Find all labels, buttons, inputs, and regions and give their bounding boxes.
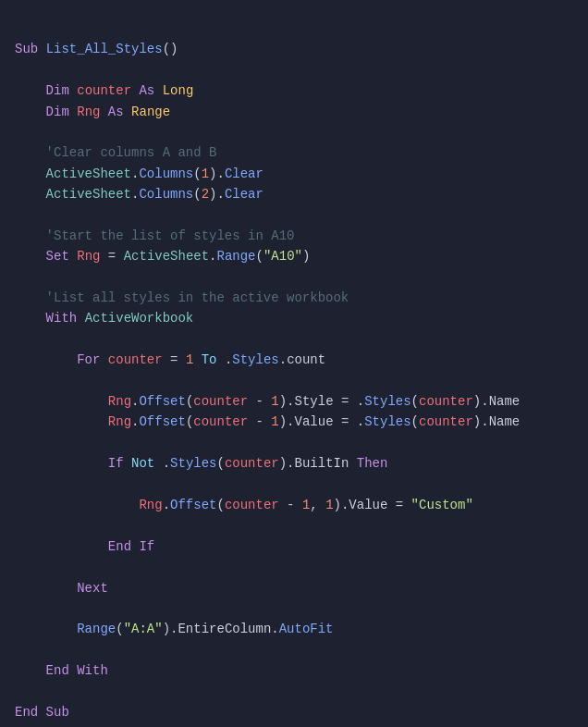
var-rng-offset-1: Rng — [108, 394, 131, 409]
func-range-aa: Range — [77, 622, 116, 636]
obj-activesheet-2: ActiveSheet — [46, 187, 131, 202]
prop-count: count — [287, 352, 325, 367]
num-1: 1 — [202, 166, 209, 181]
func-clear-2: Clear — [225, 187, 263, 202]
type-long: Long — [163, 83, 194, 98]
str-a10: "A10" — [263, 249, 302, 264]
keyword-sub: Sub — [15, 42, 38, 56]
keyword-dim-2: Dim — [46, 105, 69, 119]
func-offset-3: Offset — [170, 498, 216, 512]
func-clear-1: Clear — [225, 166, 263, 181]
func-styles-4: Styles — [170, 456, 216, 471]
func-offset-2: Offset — [139, 414, 185, 429]
keyword-dim-1: Dim — [46, 83, 69, 98]
func-columns-2: Columns — [139, 187, 193, 202]
prop-style: Style — [295, 394, 334, 409]
comment-clear: 'Clear columns A and B — [46, 145, 217, 160]
prop-value-2: Value — [349, 498, 387, 512]
func-styles-3: Styles — [364, 414, 410, 429]
comment-list: 'List all styles in the active workbook — [46, 290, 349, 305]
func-styles-2: Styles — [364, 394, 410, 409]
paren-open: () — [163, 42, 178, 56]
keyword-for: For — [77, 352, 100, 367]
var-counter: counter — [77, 83, 131, 98]
keyword-set: Set — [46, 249, 69, 264]
sub-name: List_All_Styles — [46, 42, 163, 56]
str-custom: "Custom" — [411, 498, 473, 512]
prop-entirecolumn: EntireColumn — [178, 622, 271, 636]
obj-activeworkbook: ActiveWorkbook — [85, 311, 194, 326]
keyword-next: Next — [77, 581, 108, 596]
comment-start: 'Start the list of styles in A10 — [46, 228, 295, 243]
obj-activesheet-1: ActiveSheet — [46, 166, 131, 181]
keyword-end-with: End With — [46, 663, 108, 678]
num-2: 2 — [202, 187, 209, 202]
code-editor: Sub List_All_Styles() Dim counter As Lon… — [15, 18, 573, 722]
var-rng-offset-3: Rng — [139, 498, 162, 512]
keyword-to: To — [202, 352, 217, 367]
prop-name-1: Name — [489, 394, 521, 409]
keyword-end-sub: End Sub — [15, 705, 69, 720]
obj-activesheet-3: ActiveSheet — [124, 249, 209, 264]
keyword-as-1: As — [139, 83, 154, 98]
var-rng-set: Rng — [77, 249, 100, 264]
type-range: Range — [131, 105, 170, 119]
keyword-as-2: As — [108, 105, 124, 119]
func-range: Range — [217, 249, 256, 264]
keyword-if: If — [108, 456, 124, 471]
keyword-end-if: End If — [108, 539, 154, 554]
keyword-then: Then — [357, 456, 388, 471]
num-for-start: 1 — [186, 352, 193, 367]
keyword-not: Not — [131, 456, 154, 471]
var-counter-for: counter — [108, 352, 163, 367]
prop-builtin: BuiltIn — [295, 456, 349, 471]
func-columns-1: Columns — [139, 166, 193, 181]
var-rng-offset-2: Rng — [108, 414, 131, 429]
prop-value-1: Value — [295, 414, 334, 429]
keyword-with: With — [46, 311, 78, 326]
func-autofit: AutoFit — [279, 622, 334, 636]
var-rng: Rng — [77, 105, 100, 119]
func-offset-1: Offset — [139, 394, 185, 409]
prop-name-2: Name — [489, 414, 521, 429]
str-aa: "A:A" — [124, 622, 163, 636]
func-styles: Styles — [232, 352, 278, 367]
